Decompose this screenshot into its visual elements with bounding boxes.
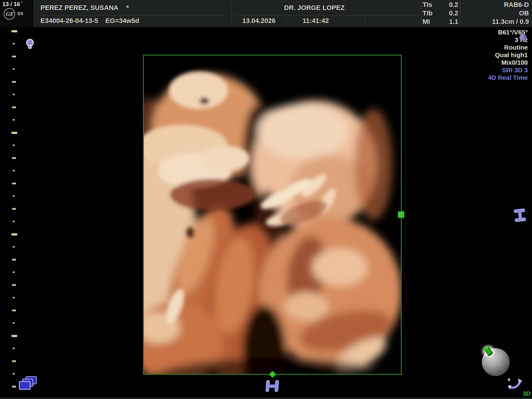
divider [235,15,420,16]
mi-value: 1.1 [449,18,458,26]
ruler-tick [12,259,16,261]
ruler-tick [13,170,15,171]
acoustic-output-block: TIs0.2 TIb0.2 MI1.1 [423,1,458,26]
param-sri: SRI 3D 3 [488,66,528,74]
tib-label: TIb [423,9,433,17]
tib-value: 0.2 [449,9,458,17]
ruler-tick [13,297,15,298]
ruler-tick [12,81,16,83]
patient-name-row: PEREZ PEREZ, SUSANA* [41,4,129,12]
ruler-tick [11,30,17,32]
mi-label: MI [423,18,430,26]
param-render-mode: Routine [488,44,528,51]
trackball-knob-icon [478,340,502,364]
ruler-tick [12,56,16,57]
ruler-tick [13,348,15,349]
ruler-tick [12,106,16,108]
param-4d-realtime: 4D Real Time [488,74,528,81]
rotate-vertical-icon [513,208,527,223]
exam-id: E34004-26-04-13-5 [41,17,98,24]
ruler-tick [11,233,17,235]
render-roi-box[interactable] [143,55,402,375]
ruler-tick [13,68,15,70]
roi-resize-handle-right[interactable] [398,212,404,218]
ruler-tick [12,208,16,210]
ruler-tick [13,144,15,146]
ruler-tick [12,386,16,388]
ruler-tick [13,373,15,375]
ruler-tick [12,284,16,286]
divider [365,16,365,27]
ruler-tick [13,221,15,222]
ruler-tick [13,322,15,324]
preset-name: OB [460,9,529,18]
ruler-tick [12,183,16,184]
trademark-glyph: ™ [20,1,23,5]
patient-name: PEREZ PEREZ, SUSANA [41,4,118,11]
system-model-label: E8 [18,11,23,16]
exam-time: 11:41:42 [286,17,345,25]
exam-id-row: E34004-26-04-13-5EG=34w5d [41,17,139,25]
depth-ruler [11,0,18,393]
ruler-tick [12,157,16,159]
rotate-horizontal-icon [265,380,280,393]
header-bar: 13 / 16™ GE E8 PEREZ PEREZ, SUSANA* E340… [0,0,532,27]
light-bulb-icon [25,38,34,51]
divider [232,2,232,26]
ruler-tick [13,195,15,197]
divider [421,1,421,27]
bottom-edge-strip [0,397,532,399]
param-mix: Mix0/100 [488,59,528,66]
divider [460,1,460,27]
ruler-tick [12,310,16,311]
ruler-tick [13,94,15,95]
divider [34,2,34,26]
divider [286,16,287,27]
orientation-marker-icon [519,34,527,41]
gestational-age: EG=34w5d [105,17,139,24]
param-quality: Qual high1 [488,51,528,59]
mode-label: 3D [523,390,531,397]
probe-name: RAB6-D [460,1,529,9]
physician-name: DR. JORGE LOPEZ [232,4,397,12]
ruler-tick [11,335,17,337]
ruler-tick [12,360,16,362]
ruler-tick [13,43,15,44]
ruler-tick [13,119,15,121]
divider [37,15,229,16]
tis-label: TIs [423,1,432,9]
exam-date: 13.04.2026 [232,17,286,25]
probe-block: RAB6-D OB 11.3cm / 0.9 [460,1,529,26]
depth-frequency: 11.3cm / 0.9 [460,18,529,26]
rotation-arrow-icon [505,374,524,391]
ruler-tick [13,246,15,248]
ruler-tick [11,132,17,134]
ruler-tick [13,271,15,273]
tis-value: 0.2 [449,1,458,9]
patient-flag: * [126,4,129,11]
cine-frames-icon [19,376,37,391]
